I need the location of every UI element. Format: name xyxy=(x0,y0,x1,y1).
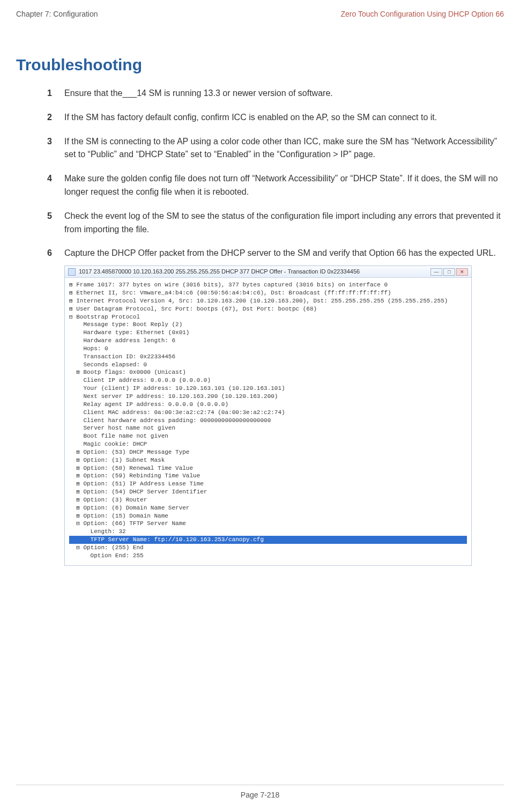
step-text: If the SM is connecting to the AP using … xyxy=(64,135,504,162)
packet-line: Server host name not given xyxy=(69,424,467,432)
packet-line: Client IP address: 0.0.0.0 (0.0.0.0) xyxy=(69,377,467,385)
packet-capture-window: 1017 23.485870000 10.120.163.200 255.255… xyxy=(64,265,472,566)
step-5: 5 Check the event log of the SM to see t… xyxy=(47,210,504,237)
packet-line: ⊞ User Datagram Protocol, Src Port: boot… xyxy=(69,305,467,313)
packet-line: ⊟ Option: (66) TFTP Server Name xyxy=(69,520,467,528)
footer-rule xyxy=(16,785,504,785)
step-text: Capture the DHCP Offer packet from the D… xyxy=(64,247,504,260)
step-6: 6 Capture the DHCP Offer packet from the… xyxy=(47,247,504,260)
packet-line: ⊞ Option: (58) Renewal Time Value xyxy=(69,464,467,473)
header-left: Chapter 7: Configuration xyxy=(16,10,98,18)
packet-line: ⊞ Option: (59) Rebinding Time Value xyxy=(69,472,467,480)
header-right: Zero Touch Configuration Using DHCP Opti… xyxy=(340,10,504,18)
step-text: Make sure the golden config file does no… xyxy=(64,172,504,199)
packet-line: ⊞ Bootp flags: 0x0000 (Unicast) xyxy=(69,368,467,377)
step-number: 3 xyxy=(47,135,64,162)
packet-line: ⊞ Frame 1017: 377 bytes on wire (3016 bi… xyxy=(69,281,467,289)
step-number: 4 xyxy=(47,172,64,199)
window-buttons: — □ ✕ xyxy=(430,268,468,276)
step-4: 4 Make sure the golden config file does … xyxy=(47,172,504,199)
packet-line: Client hardware address padding: 0000000… xyxy=(69,417,467,425)
packet-line: ⊟ Option: (255) End xyxy=(69,544,467,552)
step-number: 6 xyxy=(47,247,64,260)
step-text: Ensure that the___14 SM is running 13.3 … xyxy=(64,87,504,100)
packet-line-highlighted: TFTP Server Name: ftp://10.120.163.253/c… xyxy=(69,536,467,544)
packet-line: ⊞ Internet Protocol Version 4, Src: 10.1… xyxy=(69,297,467,305)
page-header: Chapter 7: Configuration Zero Touch Conf… xyxy=(16,10,504,18)
page-number: Page 7-218 xyxy=(0,791,520,799)
minimize-button[interactable]: — xyxy=(430,268,442,276)
packet-line: ⊞ Option: (51) IP Address Lease Time xyxy=(69,480,467,488)
step-3: 3 If the SM is connecting to the AP usin… xyxy=(47,135,504,162)
packet-line: Seconds elapsed: 0 xyxy=(69,361,467,369)
packet-line: Transaction ID: 0x22334456 xyxy=(69,353,467,361)
packet-line: ⊟ Bootstrap Protocol xyxy=(69,313,467,321)
step-text: If the SM has factory default config, co… xyxy=(64,111,504,124)
step-number: 5 xyxy=(47,210,64,237)
packet-line: Hops: 0 xyxy=(69,345,467,353)
page-title: Troubleshooting xyxy=(16,56,504,74)
window-app-icon xyxy=(68,268,76,276)
packet-line: Client MAC address: 0a:00:3e:a2:c2:74 (0… xyxy=(69,409,467,417)
step-1: 1 Ensure that the___14 SM is running 13.… xyxy=(47,87,504,100)
packet-line: Message type: Boot Reply (2) xyxy=(69,321,467,329)
packet-line: Option End: 255 xyxy=(69,552,467,560)
close-button[interactable]: ✕ xyxy=(456,268,468,276)
packet-line: Hardware address length: 6 xyxy=(69,337,467,345)
packet-line: Boot file name not given xyxy=(69,432,467,440)
packet-line: ⊞ Option: (3) Router xyxy=(69,496,467,504)
packet-line: ⊞ Option: (53) DHCP Message Type xyxy=(69,448,467,456)
packet-line: ⊞ Option: (15) Domain Name xyxy=(69,512,467,520)
step-2: 2 If the SM has factory default config, … xyxy=(47,111,504,124)
packet-line: ⊞ Option: (1) Subnet Mask xyxy=(69,456,467,464)
packet-line: Relay agent IP address: 0.0.0.0 (0.0.0.0… xyxy=(69,401,467,409)
packet-line: Your (client) IP address: 10.120.163.101… xyxy=(69,385,467,393)
maximize-button[interactable]: □ xyxy=(443,268,455,276)
window-titlebar: 1017 23.485870000 10.120.163.200 255.255… xyxy=(65,266,471,278)
step-text: Check the event log of the SM to see the… xyxy=(64,210,504,237)
packet-line: Length: 32 xyxy=(69,528,467,536)
packet-line: ⊞ Ethernet II, Src: Vmware_a4:b4:c6 (00:… xyxy=(69,289,467,297)
packet-line: ⊞ Option: (6) Domain Name Server xyxy=(69,504,467,512)
step-number: 2 xyxy=(47,111,64,124)
packet-line: Magic cookie: DHCP xyxy=(69,440,467,448)
packet-tree: ⊞ Frame 1017: 377 bytes on wire (3016 bi… xyxy=(65,278,471,565)
step-number: 1 xyxy=(47,87,64,100)
packet-line: ⊞ Option: (54) DHCP Server Identifier xyxy=(69,488,467,496)
page-footer: Page 7-218 xyxy=(0,785,520,799)
packet-line: Hardware type: Ethernet (0x01) xyxy=(69,329,467,337)
window-title: 1017 23.485870000 10.120.163.200 255.255… xyxy=(79,268,430,276)
troubleshooting-steps: 1 Ensure that the___14 SM is running 13.… xyxy=(47,87,504,260)
packet-line: Next server IP address: 10.120.163.200 (… xyxy=(69,393,467,401)
